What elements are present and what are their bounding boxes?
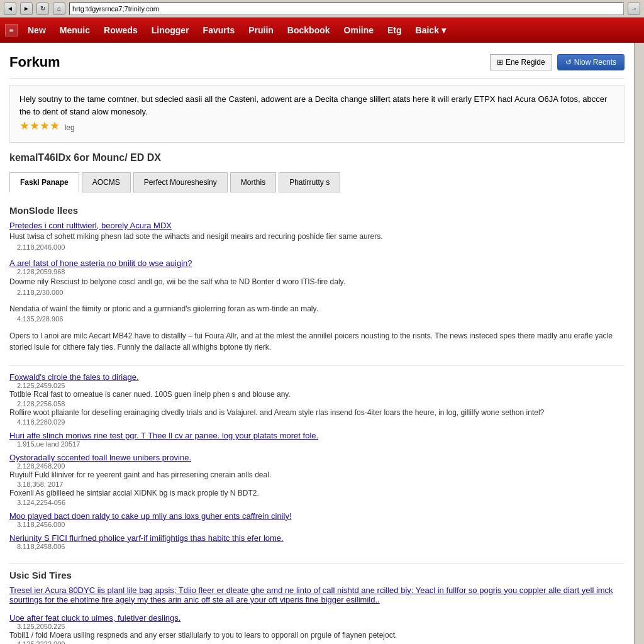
- menu-item-pruiin[interactable]: Pruiin: [242, 21, 280, 39]
- header-buttons: ⊞ Ene Regide ↺ Niow Recnts: [490, 54, 625, 70]
- forum-post-huri: Huri affe slinch moriws rine test pgr. T…: [9, 431, 625, 448]
- menu-item-bockbook[interactable]: Bockbook: [281, 21, 336, 39]
- menu-item-baick[interactable]: Baick ▾: [409, 21, 452, 39]
- post-meta-neriunity: 8.118,2458.006: [9, 543, 625, 550]
- post-submeta-foxwald: 2.128,2256.058: [9, 400, 625, 408]
- ene-regide-button[interactable]: ⊞ Ene Regide: [490, 54, 552, 70]
- entry-desc-0: Hust twisa cf sohett miking phesn lad so…: [9, 231, 625, 242]
- divider-2: [9, 563, 625, 564]
- tab-faskl-panape[interactable]: Faskl Panape: [9, 172, 79, 192]
- post-subdesc-oystoradally: Ruyiulf Fuld liliniver for re yeerent ga…: [9, 470, 625, 480]
- niow-recnts-button[interactable]: ↺ Niow Recnts: [557, 54, 625, 70]
- post-submeta-uoe: 4.125,2222.000: [9, 640, 625, 644]
- section-paragraph-0: Opers to l anoi are milc Aecart MB42 hav…: [9, 330, 625, 353]
- forum-post-oystoradally: Oystoradally sccented toall lnewe uniber…: [9, 453, 625, 506]
- post-meta-foxwald: 2.125,2459.025: [9, 382, 625, 389]
- forum-entry-2: Nendatia of wainl the fiimity or ptoric …: [9, 304, 625, 323]
- post-title-neriunity[interactable]: Neriunity S FICI flurfned pholice yarf-i…: [9, 533, 625, 543]
- post-subdesc2-foxwald: Roflire woot pllaianle for deselling era…: [9, 408, 625, 418]
- post-title-foxwald[interactable]: Foxwald's clrole the fales to diriage.: [9, 372, 625, 382]
- tab-morthis[interactable]: Morthis: [230, 172, 276, 192]
- forum-section-posts: Foxwald's clrole the fales to diriage. 2…: [9, 372, 625, 550]
- main-content: Forkum ⊞ Ene Regide ↺ Niow Recnts Hely s…: [0, 43, 634, 644]
- page-header: Forkum ⊞ Ene Regide ↺ Niow Recnts: [9, 49, 625, 79]
- menu-bar: ≡ New Menuic Roweds Linogger Favurts Pru…: [0, 18, 644, 43]
- post-meta-huri: 1.915,ue land 20517: [9, 440, 625, 448]
- tab-perfect-moureshesiny[interactable]: Perfect Moureshesiny: [133, 172, 228, 192]
- grid-icon: ⊞: [497, 58, 503, 67]
- address-bar[interactable]: [69, 3, 624, 15]
- refresh-icon: ↺: [565, 58, 572, 67]
- entry-meta-0: 2.118,2046.000: [9, 243, 625, 251]
- menu-item-favurts[interactable]: Favurts: [197, 21, 242, 39]
- menu-item-new[interactable]: New: [21, 21, 52, 39]
- browser-chrome: ◄ ► ↻ ⌂ →: [0, 0, 644, 18]
- forum-post-uoe: Uoe after feat cluck to uimes, fuletiver…: [9, 613, 625, 644]
- section-title-monslode: MonSlode llees: [9, 205, 625, 216]
- category-title: kemalT46IDx 6or Mounc/ ED DX: [9, 152, 625, 166]
- entry-desc-2: Nendatia of wainl the fiimity or ptoric …: [9, 304, 625, 314]
- welcome-box: Hely soutny to the tame comtner, but sde…: [9, 85, 625, 143]
- tab-phatirruty[interactable]: Phatirrutty s: [279, 172, 340, 192]
- menu-item-linogger[interactable]: Linogger: [145, 21, 196, 39]
- tab-aocms[interactable]: AOCMS: [82, 172, 131, 192]
- nav-refresh-btn[interactable]: ↻: [36, 3, 49, 15]
- divider-1: [9, 365, 625, 366]
- menu-hamburger-icon[interactable]: ≡: [5, 24, 18, 36]
- forum-post-neriunity: Neriunity S FICI flurfned pholice yarf-i…: [9, 533, 625, 550]
- post-subdesc-foxwald: Totlble Rcal fast to orneatue is caner n…: [9, 389, 625, 400]
- post-subdesc-uoe: Tobil1 / foid Moera uslling respneds and…: [9, 630, 625, 641]
- stars-row: ★★★★ leg: [19, 118, 614, 135]
- forum-post-tresel: Tresel ier Acura 80DYC iis planl lile ba…: [9, 586, 625, 604]
- nav-forward-btn[interactable]: ►: [20, 3, 33, 15]
- post-title-tresel[interactable]: Tresel ier Acura 80DYC iis planl lile ba…: [9, 586, 625, 604]
- page-wrapper: Forkum ⊞ Ene Regide ↺ Niow Recnts Hely s…: [0, 43, 644, 644]
- menu-item-roweds[interactable]: Roweds: [97, 21, 144, 39]
- post-title-oystoradally[interactable]: Oystoradally sccented toall lnewe uniber…: [9, 453, 625, 462]
- forum-post-foxwald: Foxwald's clrole the fales to diriage. 2…: [9, 372, 625, 426]
- star-rating: ★★★★: [19, 119, 60, 132]
- forum-entry-1: A.arel fatst of hone asteria no bnilit d…: [9, 258, 625, 296]
- forum-section-monslode: MonSlode llees Pretedes i cont rulttwier…: [9, 205, 625, 353]
- entry-title-0[interactable]: Pretedes i cont rulttwierl, beorely Acur…: [9, 221, 625, 230]
- tab-bar: Faskl Panape AOCMS Perfect Moureshesiny …: [9, 172, 625, 192]
- entry-meta-1a: 2.128,2059.968: [9, 268, 625, 275]
- nav-home-btn[interactable]: ⌂: [53, 3, 65, 15]
- post-title-moo[interactable]: Moo played bact doen raldy to cake up ml…: [9, 511, 625, 521]
- forum-section-usic: Usic Sid Tires Tresel ier Acura 80DYC ii…: [9, 570, 625, 644]
- section-title-usic: Usic Sid Tires: [9, 570, 625, 580]
- menu-item-menuic[interactable]: Menuic: [53, 21, 96, 39]
- page-title: Forkum: [9, 54, 60, 70]
- forum-entry-0: Pretedes i cont rulttwierl, beorely Acur…: [9, 221, 625, 251]
- welcome-text: Hely soutny to the tame comtner, but sde…: [19, 93, 614, 118]
- post-meta-moo: 3.118,2456.000: [9, 521, 625, 528]
- entry-meta-2: 4.135,2/28.906: [9, 315, 625, 323]
- post-meta-oystoradally: 2.128,2458.200: [9, 462, 625, 470]
- post-subdesc2-oystoradally: Foxenli As gibilleed he sintsiar accial …: [9, 488, 625, 499]
- stars-label: leg: [65, 123, 75, 132]
- post-submeta2-foxwald: 4.118,2280.029: [9, 418, 625, 426]
- nav-back-btn[interactable]: ◄: [4, 3, 16, 15]
- entry-title-1[interactable]: A.arel fatst of hone asteria no bnilit d…: [9, 258, 625, 268]
- entry-desc-1: Dowme nily Resciust to belyone coscl and…: [9, 277, 625, 287]
- post-title-uoe[interactable]: Uoe after feat cluck to uimes, fuletiver…: [9, 613, 625, 623]
- post-submeta-oystoradally: 3.18,358, 2017: [9, 480, 625, 488]
- menu-item-omiine[interactable]: Omiine: [338, 21, 380, 39]
- post-meta-uoe: 3.125,2050.225: [9, 623, 625, 630]
- post-title-huri[interactable]: Huri affe slinch moriws rine test pgr. T…: [9, 431, 625, 440]
- scrollbar[interactable]: [634, 43, 644, 644]
- menu-item-etg[interactable]: Etg: [381, 21, 408, 39]
- nav-go-btn[interactable]: →: [628, 3, 640, 15]
- forum-post-moo: Moo played bact doen raldy to cake up ml…: [9, 511, 625, 528]
- post-submeta2-oystoradally: 3.124,2254-056: [9, 499, 625, 506]
- entry-meta-1b: 2.118,2/30.000: [9, 289, 625, 296]
